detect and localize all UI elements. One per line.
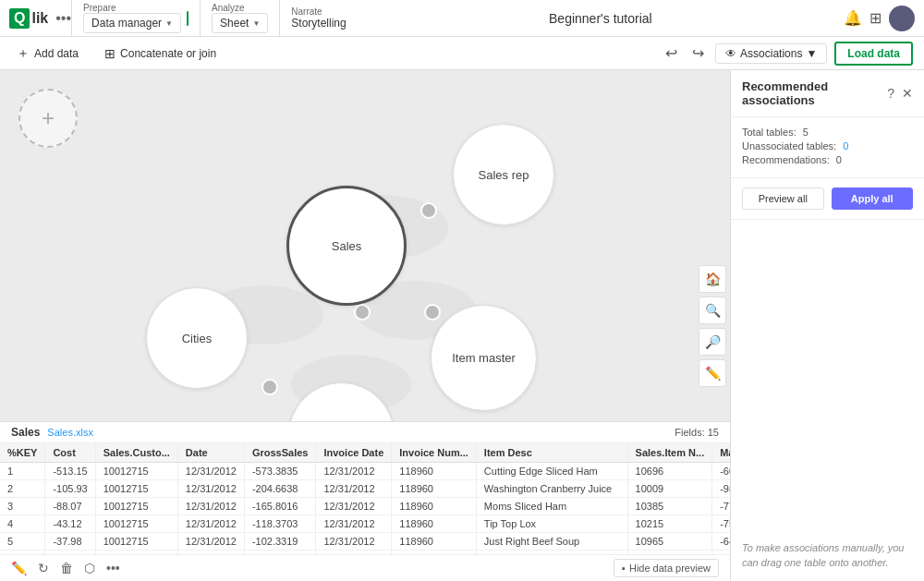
panel-stats: Total tables: 5 Unassociated tables: 0 R… bbox=[731, 117, 924, 178]
recommendations-label: Recommendations: bbox=[742, 154, 830, 165]
prepare-dropdown[interactable]: Data manager ▼ bbox=[83, 13, 181, 33]
bottom-toolbar: ✏️ ↻ 🗑 ⬡ ••• ▪ Hide data preview bbox=[0, 554, 730, 581]
plus-icon: ＋ bbox=[17, 45, 30, 62]
column-header: Sales.Item N... bbox=[627, 443, 712, 463]
table-cell: -88.07 bbox=[45, 498, 95, 515]
table-cell: 12/31/2012 bbox=[316, 480, 392, 498]
data-table-container: %KEYCostSales.Custo...DateGrossSalesInvo… bbox=[0, 443, 730, 554]
assoc-dropdown-arrow: ▼ bbox=[806, 47, 817, 60]
narrate-section: Narrate Storytelling bbox=[279, 0, 357, 37]
table-row: 4-43.121001271512/31/2012-118.370312/31/… bbox=[0, 515, 730, 533]
table-cell: 12/31/2012 bbox=[316, 498, 392, 515]
concat-join-label: Concatenate or join bbox=[120, 47, 216, 60]
delete-icon[interactable]: 🗑 bbox=[60, 561, 73, 575]
data-table: %KEYCostSales.Custo...DateGrossSalesInvo… bbox=[0, 443, 730, 554]
table-cell: 12/31/2012 bbox=[177, 480, 244, 498]
recommendations-stat: Recommendations: 0 bbox=[742, 154, 913, 165]
bottom-source[interactable]: Sales.xlsx bbox=[47, 427, 93, 438]
column-header: GrossSales bbox=[244, 443, 316, 463]
bottom-title: Sales bbox=[11, 426, 40, 439]
table-cell: 10385 bbox=[627, 498, 712, 515]
notifications-icon[interactable]: 🔔 bbox=[844, 9, 862, 27]
zoom-tool[interactable]: 🔎 bbox=[699, 328, 726, 356]
sales-rep-label: Sales rep bbox=[479, 168, 529, 182]
load-data-button[interactable]: Load data bbox=[834, 42, 913, 66]
apps-grid-icon[interactable]: ⊞ bbox=[869, 9, 881, 27]
refresh-icon[interactable]: ↻ bbox=[38, 561, 49, 575]
sales-label: Sales bbox=[332, 239, 362, 253]
bottom-fields: Fields: 15 bbox=[675, 427, 719, 438]
table-cell: -75.25 bbox=[712, 515, 730, 533]
panel-hint-text: To make associations manually, you can d… bbox=[742, 541, 913, 570]
column-header: Invoice Date bbox=[316, 443, 392, 463]
table-cell: 118960 bbox=[392, 480, 477, 498]
table-cell: 12/31/2012 bbox=[316, 463, 392, 480]
panel-close-icon[interactable]: ✕ bbox=[902, 86, 913, 101]
home-tool[interactable]: 🏠 bbox=[699, 265, 726, 293]
analyze-text: Analyze bbox=[212, 3, 268, 13]
table-cell: -64.35 bbox=[712, 533, 730, 551]
table-cell: 10009 bbox=[627, 480, 712, 498]
undo-button[interactable]: ↩ bbox=[662, 41, 681, 66]
associations-button[interactable]: 👁 Associations ▼ bbox=[715, 43, 827, 64]
table-cell: 10012715 bbox=[95, 498, 177, 515]
prepare-indicator bbox=[187, 11, 188, 26]
svg-point-4 bbox=[421, 203, 436, 218]
main-area: + 🏠 🔍 🔎 ✏️ Sale bbox=[0, 70, 924, 581]
table-cell: Just Right Beef Soup bbox=[476, 533, 627, 551]
bottom-header: Sales Sales.xlsx Fields: 15 bbox=[0, 422, 730, 443]
toolbar-right-actions: ↩ ↪ 👁 Associations ▼ Load data bbox=[662, 41, 913, 66]
table-cell: 118960 bbox=[392, 463, 477, 480]
filter-icon[interactable]: ⬡ bbox=[84, 561, 95, 575]
app-header: Q lik ••• Prepare Data manager ▼ Analyze… bbox=[0, 0, 924, 37]
analyze-dropdown[interactable]: Sheet ▼ bbox=[212, 13, 268, 33]
add-table-icon: + bbox=[42, 105, 55, 131]
analyze-dropdown-arrow: ▼ bbox=[252, 19, 260, 28]
prepare-dropdown-arrow: ▼ bbox=[165, 19, 173, 28]
column-header: Date bbox=[177, 443, 244, 463]
total-tables-label: Total tables: bbox=[742, 127, 796, 138]
header-more-icon[interactable]: ••• bbox=[55, 10, 71, 27]
total-tables-val: 5 bbox=[803, 127, 808, 138]
table-cell: -105.93 bbox=[45, 480, 95, 498]
table-cell: Moms Sliced Ham bbox=[476, 498, 627, 515]
svg-point-5 bbox=[355, 305, 370, 320]
preview-all-button[interactable]: Preview all bbox=[742, 188, 824, 210]
narrate-section-value: Storytelling bbox=[291, 17, 346, 30]
table-cell: 3 bbox=[0, 498, 45, 515]
sales-bubble[interactable]: Sales bbox=[286, 186, 407, 306]
prepare-section: Prepare Data manager ▼ bbox=[71, 0, 200, 37]
table-cell: -165.8016 bbox=[244, 498, 316, 515]
hide-preview-icon: ▪ bbox=[622, 563, 626, 574]
edit-icon[interactable]: ✏️ bbox=[11, 561, 27, 575]
column-header: Invoice Num... bbox=[392, 443, 477, 463]
column-header: Margin bbox=[712, 443, 730, 463]
hide-preview-label: Hide data preview bbox=[629, 563, 711, 574]
search-tool[interactable]: 🔍 bbox=[699, 297, 726, 324]
sales-rep-bubble[interactable]: Sales rep bbox=[453, 124, 554, 225]
item-master-bubble[interactable]: Item master bbox=[431, 305, 537, 411]
table-cell: 12/31/2012 bbox=[177, 515, 244, 533]
table-cell: 1 bbox=[0, 463, 45, 480]
column-header: %KEY bbox=[0, 443, 45, 463]
more-icon[interactable]: ••• bbox=[106, 561, 120, 575]
table-cell: 12/31/2012 bbox=[177, 551, 244, 555]
add-table-button[interactable]: + bbox=[18, 89, 78, 148]
panel-header: Recommended associations ? ✕ bbox=[731, 70, 924, 117]
prepare-text: Prepare bbox=[83, 3, 181, 13]
hide-preview-button[interactable]: ▪ Hide data preview bbox=[614, 559, 719, 577]
panel-hint: To make associations manually, you can d… bbox=[731, 220, 924, 581]
logo-area: Q lik ••• bbox=[9, 8, 71, 29]
cities-bubble[interactable]: Cities bbox=[146, 287, 248, 389]
table-cell: Washington Cranberry Juice bbox=[476, 480, 627, 498]
table-cell: Fantastic Pumpernickel Bread bbox=[476, 551, 627, 555]
apply-all-button[interactable]: Apply all bbox=[832, 188, 914, 210]
table-cell: -102.3319 bbox=[244, 533, 316, 551]
redo-button[interactable]: ↪ bbox=[688, 41, 708, 66]
add-data-button[interactable]: ＋ Add data bbox=[11, 42, 84, 66]
edit-tool[interactable]: ✏️ bbox=[699, 359, 726, 387]
bottom-preview-area: Sales Sales.xlsx Fields: 15 %KEYCostSale… bbox=[0, 421, 730, 581]
concat-join-button[interactable]: ⊞ Concatenate or join bbox=[99, 42, 222, 65]
user-avatar[interactable] bbox=[889, 6, 915, 31]
panel-help-icon[interactable]: ? bbox=[887, 86, 894, 101]
